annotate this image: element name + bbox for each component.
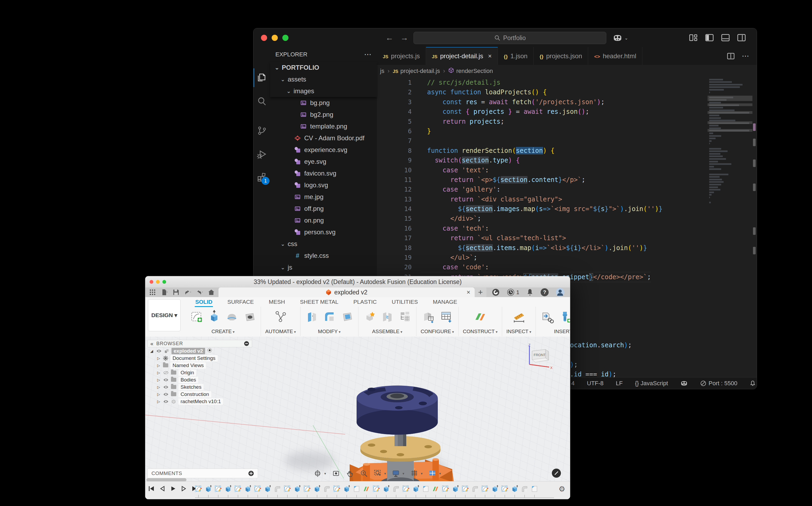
zoom-button[interactable] [282,35,288,41]
code-line[interactable]: 4 const { projects } = await res.json(); [377,107,706,116]
notifications-bell-icon[interactable] [526,288,534,296]
tree-item-favicon-svg[interactable]: favicon.svg [270,168,377,179]
close-button[interactable] [150,280,153,284]
timeline-feature-sk[interactable] [333,485,340,493]
pan-icon[interactable] [346,470,354,478]
breadcrumb-item-project-detail-js[interactable]: JSproject-detail.js [393,68,440,75]
timeline-feature-wd[interactable] [422,485,429,493]
add-comment-icon[interactable] [248,471,254,476]
tab-1-json[interactable]: {}1.json [498,47,534,65]
model-part-cap[interactable] [357,386,438,435]
undo-icon[interactable] [184,289,191,296]
joint-icon[interactable] [380,310,394,324]
browser-row-construction[interactable]: ▷Construction [148,391,252,398]
timeline-feature-sk[interactable] [502,485,508,493]
extrude-icon[interactable] [207,310,221,324]
orbit-icon[interactable] [313,470,322,478]
dropdown-caret-icon[interactable]: ▾ [402,472,404,476]
tab-project-detail-js[interactable]: JSproject-detail.js× [426,47,498,65]
tree-item-eye-svg[interactable]: eye.svg [270,156,377,168]
browser-row-bodies[interactable]: ▷Bodies [148,376,252,384]
activity-item-explorer[interactable] [254,68,270,87]
new-component-icon[interactable] [363,310,377,324]
play-icon[interactable] [170,485,176,492]
expanded-triangle-icon[interactable]: ◢ [150,349,154,353]
editor-scrollbar[interactable] [752,77,757,377]
activity-item-source-control[interactable] [254,121,270,140]
minimize-button[interactable] [272,35,278,41]
timeline-feature-sk[interactable] [462,485,469,493]
code-line[interactable]: 18 ${section.items.map(i=>`<li>${i}</li>… [377,243,706,253]
browser-row-document-settings[interactable]: ▷Document Settings [148,354,252,362]
tree-item-css[interactable]: ⌄css [270,238,377,250]
timeline-feature-sk[interactable] [215,485,222,493]
browser-row-origin[interactable]: ▷Origin [148,369,252,376]
code-line[interactable]: 16 case 'tech': [377,224,706,233]
visibility-on-icon[interactable] [163,378,169,382]
timeline-feature-sk[interactable] [254,485,261,493]
copilot-menu[interactable]: ⌄ [613,32,637,43]
timeline-feature-sk[interactable] [195,485,202,493]
status-bell-icon[interactable] [749,380,756,387]
display-icon[interactable] [392,470,400,478]
collapsed-triangle-icon[interactable]: ▷ [157,370,161,375]
rigid-group-icon[interactable] [398,310,412,324]
collapsed-triangle-icon[interactable]: ▷ [157,385,161,389]
extensions-icon[interactable] [492,288,500,296]
step-forward-icon[interactable] [181,485,187,492]
workspace-selector[interactable]: DESIGN ▾ [148,299,181,331]
home-icon[interactable] [208,289,215,296]
more-actions-icon[interactable]: ⋯ [742,52,749,60]
go-to-start-icon[interactable] [148,485,155,492]
timeline-feature-ex[interactable] [491,485,499,493]
tree-item-template-png[interactable]: template.png [270,120,377,132]
timeline-feature-sk[interactable] [373,485,380,493]
browser-row-exploded-v2[interactable]: ◢exploded v2 [148,347,252,354]
tree-item-style-css[interactable]: #style.css [270,250,377,262]
split-editor-icon[interactable] [727,52,735,60]
tab-projects-js[interactable]: JSprojects.js [377,47,426,65]
shell-icon[interactable] [340,310,354,324]
ribbon-tab-solid[interactable]: SOLID [195,298,213,306]
new-document-tab-button[interactable]: + [475,287,486,297]
fusion-document-tab[interactable]: exploded v2 × [218,287,475,297]
activity-item-search[interactable] [254,92,270,111]
timeline-feature-ex[interactable] [511,485,518,493]
breadcrumb-item-renderSection[interactable]: renderSection [448,67,493,75]
visibility-off-icon[interactable] [163,370,169,375]
tree-item-js[interactable]: ⌄js [270,262,377,273]
avatar[interactable] [556,288,565,297]
close-document-icon[interactable]: × [467,288,470,296]
code-line[interactable]: 3 const res = await fetch('/projects.jso… [377,97,706,107]
show-data-panel-icon[interactable] [149,289,156,296]
fusion-viewport[interactable]: « BROWSER ◢exploded v2▷Document Settings… [145,337,570,499]
ribbon-tab-manage[interactable]: MANAGE [433,298,458,306]
offset-plane-icon[interactable] [473,310,487,324]
hole-icon[interactable] [243,310,256,324]
zoom-icon[interactable] [360,470,368,478]
tree-item-logo-svg[interactable]: logo.svg [270,179,377,191]
step-back-icon[interactable] [159,485,166,492]
timeline-feature-sk[interactable] [284,485,291,493]
status-port[interactable]: Port : 5500 [700,380,737,387]
timeline-feature-fl[interactable] [274,485,281,493]
ribbon-tab-mesh[interactable]: MESH [268,298,285,306]
tree-item-on-png[interactable]: on.png [270,215,377,226]
visibility-on-icon[interactable] [163,392,169,397]
ribbon-group-label[interactable]: INSPECT [507,329,531,336]
code-line[interactable]: 15 </div>`; [377,214,706,223]
timeline-feature-pl[interactable] [363,485,370,493]
view-cube[interactable]: Z X FRONT [525,344,554,370]
vscode-titlebar[interactable]: ← → Portfolio ⌄ [254,28,757,47]
code-line[interactable]: 19 </ul>`; [377,253,706,262]
viewcube-front-label[interactable]: FRONT [534,353,546,357]
back-arrow-icon[interactable]: ← [385,33,394,42]
timeline-feature-ex[interactable] [383,485,390,493]
press-pull-icon[interactable] [305,310,319,324]
fillet-icon[interactable] [323,310,336,324]
redo-icon[interactable] [196,289,203,296]
status-encoding[interactable]: UTF-8 [587,380,603,387]
ribbon-tab-surface[interactable]: SURFACE [227,298,254,306]
tree-item-experience-svg[interactable]: experience.svg [270,144,377,156]
timeline-feature-sk[interactable] [402,485,410,493]
